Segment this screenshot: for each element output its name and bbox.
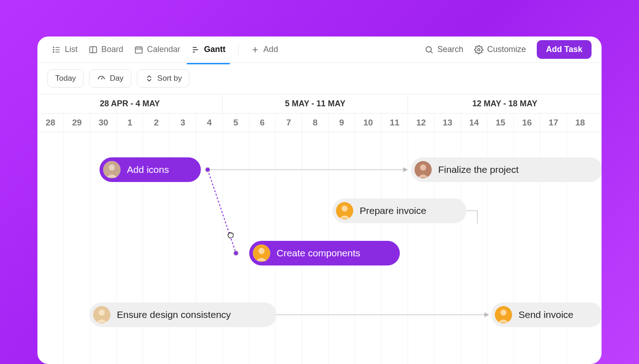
svg-rect-8: [136, 47, 142, 53]
svg-point-41: [99, 310, 105, 316]
day-cell: 14: [461, 114, 487, 132]
days-row: 28 29 30 1 2 3 4 5 6 7 8 9 10 11 12 13 1…: [37, 114, 602, 132]
week-cell: 5 MAY - 11 MAY: [223, 94, 408, 113]
avatar: [495, 306, 512, 323]
gauge-icon: [97, 74, 106, 83]
task-label: Finalize the project: [438, 164, 519, 175]
day-cell: 4: [196, 114, 223, 132]
svg-point-33: [109, 165, 115, 171]
day-button[interactable]: Day: [89, 69, 131, 88]
add-task-button[interactable]: Add Task: [537, 40, 592, 59]
avatar: [253, 244, 270, 262]
gear-icon: [474, 45, 483, 54]
plus-icon: [251, 45, 260, 54]
avatar: [93, 306, 110, 323]
week-cell: 12 MAY - 18 MAY: [408, 94, 602, 113]
svg-point-37: [341, 206, 347, 212]
add-view-button[interactable]: Add: [247, 42, 282, 57]
day-cell: 6: [249, 114, 276, 132]
avatar: [336, 202, 353, 219]
sort-icon: [145, 74, 154, 83]
tab-label: List: [65, 45, 78, 54]
day-cell: 30: [90, 114, 117, 132]
customize-button[interactable]: Customize: [474, 45, 526, 54]
svg-marker-26: [403, 168, 407, 172]
svg-marker-31: [485, 313, 488, 317]
day-cell: 16: [514, 114, 540, 132]
svg-point-4: [53, 49, 54, 50]
task-label: Send invoice: [519, 309, 573, 320]
svg-line-24: [101, 78, 103, 79]
day-cell: 18: [567, 114, 593, 132]
customize-label: Customize: [487, 45, 526, 54]
top-toolbar: List Board Calendar Gantt: [37, 36, 602, 63]
svg-point-29: [234, 251, 238, 255]
grab-cursor-icon: [226, 230, 235, 240]
day-cell: 7: [276, 114, 302, 132]
svg-point-5: [53, 52, 54, 52]
toolbar-right: Search Customize Add Task: [424, 40, 592, 59]
avatar: [414, 161, 432, 178]
svg-line-18: [431, 51, 433, 53]
task-label: Create components: [277, 248, 360, 259]
svg-line-28: [208, 170, 236, 253]
svg-point-17: [426, 47, 432, 52]
task-send-invoice[interactable]: Send invoice: [491, 302, 602, 327]
day-cell: 11: [382, 114, 408, 132]
board-icon: [89, 45, 98, 54]
search-icon: [424, 45, 434, 54]
today-button[interactable]: Today: [47, 69, 84, 88]
day-cell: 1: [117, 114, 143, 132]
task-prepare-invoice[interactable]: Prepare invoice: [332, 198, 466, 223]
day-cell: 13: [435, 114, 461, 132]
sort-button[interactable]: Sort by: [137, 69, 190, 88]
day-cell: 9: [329, 114, 355, 132]
day-label: Day: [110, 74, 123, 83]
svg-point-19: [478, 48, 480, 51]
day-cell: 17: [540, 114, 567, 132]
tab-board[interactable]: Board: [84, 41, 128, 58]
add-view-label: Add: [263, 45, 278, 54]
gantt-area[interactable]: Add icons Finalize the project Prepare i…: [37, 132, 602, 364]
task-add-icons[interactable]: Add icons: [100, 157, 201, 182]
task-label: Add icons: [127, 164, 169, 175]
task-label: Prepare invoice: [360, 205, 426, 216]
separator: [238, 44, 239, 56]
day-cell: 8: [302, 114, 329, 132]
svg-point-43: [500, 310, 506, 316]
week-cell: 28 APR - 4 MAY: [37, 94, 223, 113]
task-create-components[interactable]: Create components: [249, 241, 400, 265]
day-cell: 10: [355, 114, 382, 132]
day-cell: 12: [408, 114, 435, 132]
tab-list[interactable]: List: [47, 41, 82, 58]
day-cell: 15: [487, 114, 514, 132]
day-cell: 5: [223, 114, 249, 132]
day-cell: 29: [64, 114, 90, 132]
tab-calendar[interactable]: Calendar: [130, 41, 185, 58]
day-cell: 2: [143, 114, 170, 132]
weeks-row: 28 APR - 4 MAY 5 MAY - 11 MAY 12 MAY - 1…: [37, 94, 602, 114]
avatar: [103, 161, 120, 178]
timeline-header: 28 APR - 4 MAY 5 MAY - 11 MAY 12 MAY - 1…: [37, 94, 602, 132]
svg-point-35: [420, 165, 426, 171]
day-cell: 28: [37, 114, 64, 132]
task-finalize[interactable]: Finalize the project: [411, 157, 602, 182]
svg-point-39: [258, 248, 264, 254]
list-icon: [52, 45, 61, 54]
tab-label: Calendar: [147, 45, 180, 54]
sub-toolbar: Today Day Sort by: [37, 63, 602, 94]
task-label: Ensure design consistency: [117, 309, 231, 320]
task-ensure-design[interactable]: Ensure design consistency: [89, 302, 277, 327]
sort-label: Sort by: [157, 74, 182, 83]
svg-point-3: [53, 47, 54, 48]
search-button[interactable]: Search: [424, 45, 463, 54]
gantt-icon: [191, 45, 200, 54]
tab-gantt[interactable]: Gantt: [187, 41, 230, 58]
tab-label: Board: [101, 45, 123, 54]
tab-label: Gantt: [204, 45, 225, 54]
day-cell: 3: [170, 114, 196, 132]
search-label: Search: [437, 45, 463, 54]
app-window: List Board Calendar Gantt: [37, 36, 602, 364]
calendar-icon: [134, 45, 143, 54]
view-tabs: List Board Calendar Gantt: [47, 41, 282, 58]
